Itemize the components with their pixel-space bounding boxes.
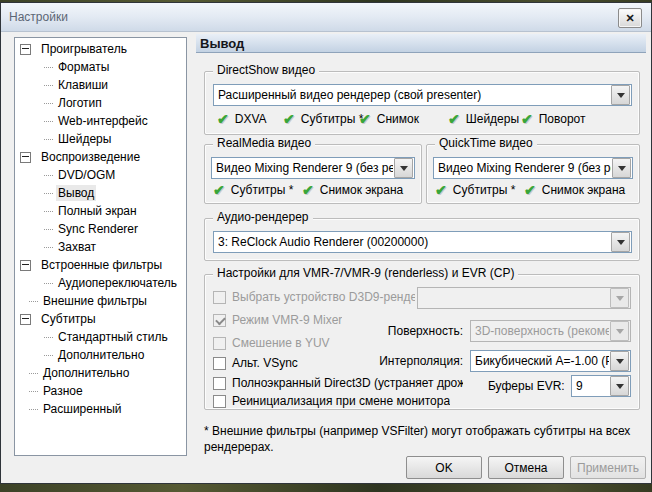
selected-value: Расширенный видео рендерер (свой present…	[214, 88, 610, 102]
collapse-icon[interactable]	[20, 44, 31, 55]
sidebar-item-formats[interactable]: Форматы	[15, 58, 186, 76]
feature-screenshot: ✔Снимок экрана	[302, 183, 403, 197]
sidebar-item-label: Шейдеры	[56, 131, 113, 147]
sidebar-item-external-filters[interactable]: Внешние фильтры	[15, 292, 186, 310]
tree-branch-line	[44, 121, 53, 122]
ok-button[interactable]: OK	[406, 456, 482, 479]
checkbox-label: Реинициализация при смене монитора	[232, 394, 450, 408]
directshow-renderer-select[interactable]: Расширенный видео рендерер (свой present…	[213, 84, 632, 106]
sidebar-item-web-interface[interactable]: Web-интерфейс	[15, 112, 186, 130]
sidebar-item-subtitles-misc[interactable]: Дополнительно	[15, 346, 186, 364]
collapse-icon[interactable]	[20, 314, 31, 325]
selected-value: 9	[572, 379, 609, 393]
sidebar-item-advanced[interactable]: Дополнительно	[15, 364, 186, 382]
checkbox-label: Выбрать устройство D3D9-рендеринг	[232, 290, 415, 304]
group-title: DirectShow видео	[213, 63, 319, 77]
realmedia-renderer-select[interactable]: Видео Mixing Renderer 9 (без ренд	[211, 157, 415, 179]
selected-value: 3: ReClock Audio Renderer (00200000)	[214, 235, 610, 249]
sidebar-item-capture[interactable]: Захват	[15, 238, 186, 256]
sidebar-item-internal-filters[interactable]: Встроенные фильтры	[15, 256, 186, 274]
sidebar-item-label: Встроенные фильтры	[39, 257, 164, 273]
group-title: Настройки для VMR-7/VMR-9 (renderless) и…	[213, 266, 518, 280]
evr-buffers-select[interactable]: 9	[571, 375, 631, 397]
dropdown-arrow-icon[interactable]	[612, 158, 631, 178]
checkbox-box	[213, 337, 226, 350]
sidebar-item-fullscreen[interactable]: Полный экран	[15, 202, 186, 220]
checkbox-box[interactable]	[213, 377, 226, 390]
sidebar-item-label: Воспроизведение	[39, 149, 142, 165]
dropdown-arrow-icon[interactable]	[610, 351, 629, 371]
sidebar-item-label: Вывод	[56, 185, 96, 201]
check-icon: ✔	[302, 184, 314, 196]
check-icon: ✔	[283, 113, 295, 125]
apply-button: Применить	[570, 456, 646, 479]
collapse-icon[interactable]	[20, 260, 31, 271]
feature-label: Снимок экрана	[542, 183, 626, 197]
surface-label: Поверхность:	[375, 324, 463, 338]
dropdown-arrow-icon[interactable]	[394, 158, 413, 178]
check-icon: ✔	[213, 184, 225, 196]
audio-renderer-select[interactable]: 3: ReClock Audio Renderer (00200000)	[213, 231, 632, 253]
sidebar-item-label: Стандартный стиль	[56, 329, 170, 345]
evr-buffers-label: Буферы EVR:	[488, 379, 563, 393]
sidebar-item-misc[interactable]: Разное	[15, 382, 186, 400]
sidebar-item-output[interactable]: Вывод	[15, 184, 186, 202]
check-icon: ✔	[217, 113, 229, 125]
checkbox-vmr9-mixer-mode: Режим VMR-9 Mixer	[213, 313, 342, 327]
page-title: Вывод	[196, 34, 646, 53]
sidebar-item-logo[interactable]: Логотип	[15, 94, 186, 112]
feature-label: Поворот	[539, 112, 586, 126]
dropdown-arrow-icon	[610, 321, 629, 341]
sidebar-item-default-style[interactable]: Стандартный стиль	[15, 328, 186, 346]
collapse-icon[interactable]	[20, 152, 31, 163]
sidebar-item-label: Полный экран	[56, 203, 139, 219]
close-icon[interactable]: ✕	[618, 8, 642, 28]
sidebar-item-label: DVD/OGM	[56, 167, 117, 183]
surface-select: 3D-поверхность (рекоменд	[470, 320, 631, 342]
sidebar-item-sync-renderer[interactable]: Sync Renderer	[15, 220, 186, 238]
group-title: QuickTime видео	[435, 136, 537, 150]
tree-branch-line	[44, 103, 53, 104]
sidebar-item-label: Web-интерфейс	[56, 113, 150, 129]
sidebar-item-playback[interactable]: Воспроизведение	[15, 148, 186, 166]
sidebar-item-label: Разное	[41, 383, 85, 399]
sidebar-item-label: Субтитры	[39, 311, 98, 327]
settings-dialog: Настройки ✕ Проигрыватель Форматы Клавиш…	[0, 2, 652, 484]
checkbox-yuv-mixing: Смешение в YUV	[213, 336, 330, 350]
feature-label: Снимок	[377, 112, 419, 126]
tree-branch-line	[44, 193, 53, 194]
quicktime-renderer-select[interactable]: Видео Mixing Renderer 9 (без ренд	[433, 157, 633, 179]
tree-branch-line	[44, 175, 53, 176]
sidebar-item-keys[interactable]: Клавиши	[15, 76, 186, 94]
sidebar-item-dvd-ogm[interactable]: DVD/OGM	[15, 166, 186, 184]
dropdown-arrow-icon[interactable]	[611, 232, 630, 252]
checkbox-monitor-reinit[interactable]: Реинициализация при смене монитора	[213, 394, 450, 408]
checkbox-box[interactable]	[213, 395, 226, 408]
cancel-button[interactable]: Отмена	[488, 456, 564, 479]
selected-value: Бикубический A=-1.00 (PS	[471, 354, 609, 368]
tree-branch-line	[44, 229, 53, 230]
tree-branch-line	[29, 409, 38, 410]
checkbox-fullscreen-direct3d[interactable]: Полноэкранный Direct3D (устраняет дрожан…	[213, 376, 463, 390]
sidebar-item-label: Захват	[56, 239, 98, 255]
sidebar-item-label: Внешние фильтры	[41, 293, 149, 309]
checkbox-label: Режим VMR-9 Mixer	[232, 313, 342, 327]
sidebar-item-audio-switcher[interactable]: Аудиопереключатель	[15, 274, 186, 292]
window-title: Настройки	[1, 10, 68, 24]
feature-rotation: ✔Поворот	[521, 112, 586, 126]
sidebar-item-label: Sync Renderer	[56, 221, 140, 237]
tree-branch-line	[44, 211, 53, 212]
sidebar-item-shaders[interactable]: Шейдеры	[15, 130, 186, 148]
feature-dxva: ✔DXVA	[217, 112, 267, 126]
tree-branch-line	[44, 355, 53, 356]
sidebar-item-extended[interactable]: Расширенный	[15, 400, 186, 418]
feature-label: Субтитры *	[231, 183, 294, 197]
dropdown-arrow-icon[interactable]	[610, 376, 629, 396]
checkbox-box[interactable]	[213, 357, 226, 370]
sidebar-item-player[interactable]: Проигрыватель	[15, 40, 186, 58]
checkbox-alt-vsync[interactable]: Альт. VSync	[213, 356, 298, 370]
interpolation-select[interactable]: Бикубический A=-1.00 (PS	[470, 350, 631, 372]
dropdown-arrow-icon[interactable]	[611, 85, 630, 105]
sidebar-item-subtitles[interactable]: Субтитры	[15, 310, 186, 328]
checkbox-label: Альт. VSync	[232, 356, 298, 370]
